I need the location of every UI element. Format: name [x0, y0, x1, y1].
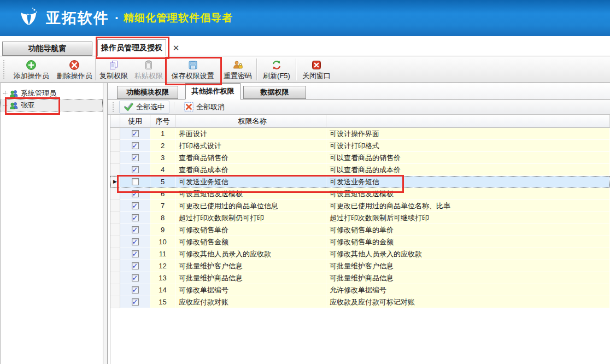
permission-name-cell: 打印格式设计	[175, 140, 326, 152]
row-checkbox[interactable]	[132, 226, 139, 233]
delete-operator-button[interactable]: 删除操作员	[54, 56, 95, 83]
tab-nav-window[interactable]: 功能导航窗	[2, 42, 92, 56]
row-selector-arrow-icon: ▶	[113, 179, 117, 184]
row-checkbox[interactable]	[132, 214, 139, 221]
reset-password-button[interactable]: 重置密码	[219, 56, 256, 83]
tree-item-zhangya[interactable]: 张亚	[1, 99, 103, 111]
index-cell: 8	[150, 212, 175, 224]
permission-desc-cell: 可设计打印格式	[326, 140, 610, 152]
permission-desc-cell: 可批量维护商品信息	[326, 272, 610, 284]
permission-name-cell: 查看商品销售价	[175, 152, 326, 164]
use-cell	[120, 272, 150, 284]
delete-user-icon	[69, 60, 80, 71]
table-row[interactable]: 8超过打印次数限制仍可打印超过打印次数限制后可继续打印	[110, 212, 610, 224]
select-all-label: 全部选中	[136, 102, 165, 112]
refresh-button[interactable]: 刷新(F5)	[257, 56, 296, 83]
use-cell	[120, 296, 150, 308]
row-checkbox[interactable]	[132, 202, 139, 209]
permission-desc-cell: 可修改销售单的金额	[326, 236, 610, 248]
copy-icon	[108, 60, 119, 71]
operator-tree-panel: 系统管理员 张亚	[1, 83, 103, 364]
add-operator-label: 添加操作员	[14, 71, 49, 81]
use-cell	[120, 236, 150, 248]
header-permission-name[interactable]: 权限名称	[175, 115, 326, 128]
row-checkbox[interactable]	[132, 238, 139, 245]
row-checkbox[interactable]	[132, 142, 139, 149]
select-all-button[interactable]: 全部选中	[119, 101, 169, 114]
cancel-all-label: 全部取消	[196, 102, 225, 112]
tree-connector	[3, 93, 8, 94]
toolbar-drag-handle[interactable]	[3, 60, 7, 79]
actionbar-drag-handle[interactable]	[113, 102, 116, 112]
panel-splitter[interactable]	[103, 83, 107, 364]
save-permissions-button[interactable]: 保存权限设置	[166, 56, 219, 83]
subtab-other-permissions[interactable]: 其他操作权限	[185, 83, 241, 99]
header-use[interactable]: 使用	[120, 115, 150, 128]
table-row[interactable]: 6可设置短信发送模板可设置短信发送模板	[110, 188, 610, 200]
add-operator-button[interactable]: 添加操作员	[9, 56, 54, 83]
tab-close-icon[interactable]: ✕	[171, 43, 181, 54]
subtab-label: 功能模块权限	[126, 87, 169, 97]
cancel-all-button[interactable]: 全部取消	[179, 101, 230, 114]
permission-name-cell: 可更改已使用过的商品单位信息	[175, 200, 326, 212]
permission-desc-cell: 允许修改单据编号	[326, 284, 610, 296]
row-checkbox[interactable]	[132, 262, 139, 269]
table-row[interactable]: 10可修改销售金额可修改销售单的金额	[110, 236, 610, 248]
delete-operator-label: 删除操作员	[57, 71, 92, 81]
table-row[interactable]: 7可更改已使用过的商品单位信息可更改已使用过的商品单位名称、比率	[110, 200, 610, 212]
permissions-grid-body: 1界面设计可设计操作界面2打印格式设计可设计打印格式3查看商品销售价可以查看商品…	[110, 128, 610, 308]
row-indicator	[110, 128, 120, 140]
permission-name-cell: 可修改销售单价	[175, 224, 326, 236]
permission-name-cell: 可设置短信发送模板	[175, 188, 326, 200]
tree-item-system-admin[interactable]: 系统管理员	[1, 87, 103, 99]
header-index[interactable]: 序号	[150, 115, 175, 128]
row-checkbox[interactable]	[132, 166, 139, 173]
use-cell	[120, 188, 150, 200]
close-window-button[interactable]: 关闭窗口	[297, 56, 336, 83]
row-checkbox[interactable]	[132, 178, 139, 185]
close-window-icon	[311, 60, 322, 71]
table-row[interactable]: 1界面设计可设计操作界面	[110, 128, 610, 140]
table-row[interactable]: 9可修改销售单价可修改销售单的单价	[110, 224, 610, 236]
tree-item-label: 张亚	[21, 101, 35, 110]
subtab-data-permissions[interactable]: 数据权限	[243, 86, 306, 99]
copy-permissions-button[interactable]: 复制权限	[96, 56, 131, 83]
row-checkbox[interactable]	[132, 286, 139, 293]
table-row[interactable]: ▶5可发送业务短信可发送业务短信	[110, 176, 610, 188]
row-checkbox[interactable]	[132, 274, 139, 281]
table-row[interactable]: 4查看商品成本价可以查看商品的成本价	[110, 164, 610, 176]
row-checkbox[interactable]	[132, 130, 139, 137]
row-indicator	[110, 296, 120, 308]
row-checkbox[interactable]	[132, 154, 139, 161]
table-row[interactable]: 11可修改其他人员录入的应收款可修改其他人员录入的应收款	[110, 248, 610, 260]
index-cell: 7	[150, 200, 175, 212]
table-row[interactable]: 14可修改单据编号允许修改单据编号	[110, 284, 610, 296]
paste-permissions-button[interactable]: 粘贴权限	[131, 56, 166, 83]
tree-connector	[3, 105, 8, 106]
table-row[interactable]: 15应收应付款对账应收款及应付款可标记对账	[110, 296, 610, 308]
copy-permissions-label: 复制权限	[99, 71, 128, 81]
index-cell: 11	[150, 248, 175, 260]
table-row[interactable]: 13可批量维护商品信息可批量维护商品信息	[110, 272, 610, 284]
permission-name-cell: 超过打印次数限制仍可打印	[175, 212, 326, 224]
permission-desc-cell: 可修改其他人员录入的应收款	[326, 248, 610, 260]
use-cell	[120, 284, 150, 296]
row-checkbox[interactable]	[132, 298, 139, 306]
permission-name-cell: 可修改销售金额	[175, 236, 326, 248]
row-checkbox[interactable]	[132, 250, 139, 257]
header-description[interactable]	[326, 115, 610, 128]
index-cell: 6	[150, 188, 175, 200]
check-all-icon	[124, 102, 133, 111]
table-row[interactable]: 3查看商品销售价可以查看商品的销售价	[110, 152, 610, 164]
permission-name-cell: 界面设计	[175, 128, 326, 140]
subtab-module-permissions[interactable]: 功能模块权限	[117, 86, 178, 99]
tab-operator-management[interactable]: 操作员管理及授权	[97, 39, 166, 56]
tree-item-label: 系统管理员	[21, 89, 56, 98]
use-cell	[120, 248, 150, 260]
row-indicator	[110, 212, 120, 224]
use-cell	[120, 152, 150, 164]
use-cell	[120, 212, 150, 224]
table-row[interactable]: 2打印格式设计可设计打印格式	[110, 140, 610, 152]
row-checkbox[interactable]	[132, 190, 139, 197]
table-row[interactable]: 12可批量维护客户信息可批量维护客户信息	[110, 260, 610, 272]
